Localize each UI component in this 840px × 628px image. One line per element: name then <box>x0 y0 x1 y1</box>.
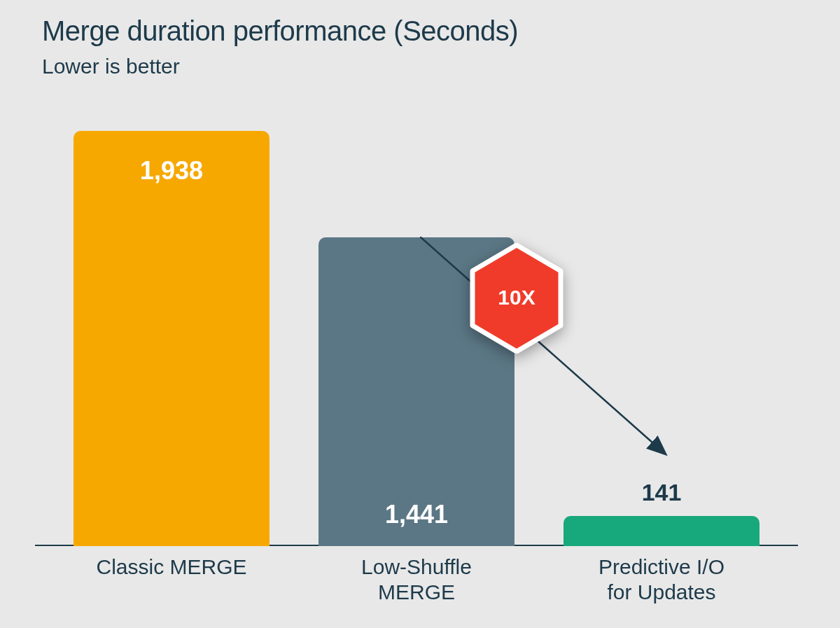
x-label-classic-merge: Classic MERGE <box>74 554 270 580</box>
bar-value-low-shuffle-merge: 1,441 <box>318 500 514 529</box>
bar-value-classic-merge: 1,938 <box>74 156 270 186</box>
x-label-low-shuffle-line2: MERGE <box>378 580 455 603</box>
x-label-low-shuffle-line1: Low-Shuffle <box>361 555 472 578</box>
bar-value-predictive-io: 141 <box>564 479 760 506</box>
chart-title: Merge duration performance (Seconds) <box>42 15 518 47</box>
x-label-predictive-io: Predictive I/O for Updates <box>564 554 760 605</box>
x-label-low-shuffle-merge: Low-Shuffle MERGE <box>318 554 514 605</box>
bar-classic-merge: 1,938 <box>74 131 270 546</box>
x-label-predictive-line1: Predictive I/O <box>598 555 724 578</box>
chart-subtitle: Lower is better <box>42 55 180 78</box>
svg-marker-1 <box>472 245 561 351</box>
bar-predictive-io: 141 <box>564 516 760 546</box>
speedup-badge <box>468 243 566 354</box>
merge-duration-chart: Merge duration performance (Seconds) Low… <box>0 0 840 628</box>
plot-area: 1,938 1,441 141 10X <box>35 119 798 546</box>
x-label-predictive-line2: for Updates <box>607 580 715 603</box>
